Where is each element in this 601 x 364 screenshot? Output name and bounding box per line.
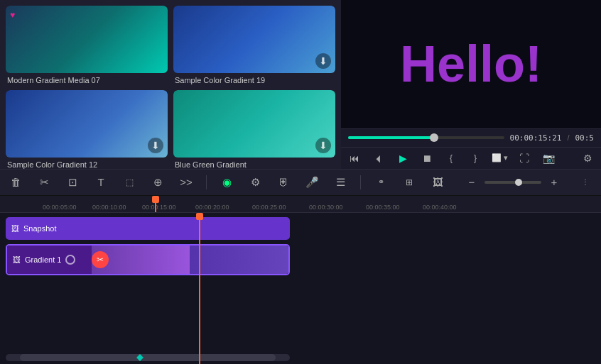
media-label-3: Sample Color Gradient 12 <box>6 160 168 169</box>
lock-indicator <box>65 255 75 265</box>
timeline-ruler: 00:00:05:00 00:00:10:00 00:00:15:00 00:0… <box>0 196 601 213</box>
media-label-2: Sample Color Gradient 19 <box>173 76 335 84</box>
gradient-track[interactable]: 🖼 Gradient 1 ✂ <box>6 244 290 275</box>
step-back-button[interactable]: ⏮ <box>347 150 362 166</box>
heart-icon: ♥ <box>10 10 15 20</box>
media-grid: ♥ Modern Gradient Media 07 ⬇ Sample Colo… <box>6 6 335 169</box>
download-icon-4: ⬇ <box>315 138 331 153</box>
media-thumbnail-1: ♥ <box>6 6 168 73</box>
image-tool-button[interactable]: 🖼 <box>429 174 446 191</box>
ruler-mark-2: 00:00:10:00 <box>92 204 126 211</box>
crop-tool-button[interactable]: ⊡ <box>64 174 81 191</box>
toolbar: 🗑 ✂ ⊡ T ⬚ ⊕ >> ◉ ⚙ ⛨ 🎤 ☰ ⚭ ⊞ 🖼 − + ⋮ <box>0 169 601 196</box>
media-item-3[interactable]: ⬇ Sample Color Gradient 12 <box>6 90 168 169</box>
media-panel: ♥ Modern Gradient Media 07 ⬇ Sample Colo… <box>0 0 341 169</box>
ruler-mark-8: 00:00:40:00 <box>423 204 457 211</box>
export-icon: ⬜ <box>492 153 502 162</box>
snapshot-track-label: Snapshot <box>23 224 56 233</box>
ruler-mark-4: 00:00:20:00 <box>195 204 229 211</box>
media-label-1: Modern Gradient Media 07 <box>6 76 168 84</box>
layer-tool-button[interactable]: ⊞ <box>401 174 418 191</box>
grad-seg-3 <box>190 246 288 274</box>
gradient-track-label: Gradient 1 <box>25 255 61 264</box>
top-section: ♥ Modern Gradient Media 07 ⬇ Sample Colo… <box>0 0 601 169</box>
download-icon-3: ⬇ <box>148 138 163 153</box>
active-tool-button[interactable]: ◉ <box>218 174 235 191</box>
track-scrollbar-thumb <box>20 354 276 361</box>
panel-toggle-button[interactable]: ⋮ <box>577 174 594 191</box>
right-panel-controls: ⋮ <box>577 174 594 191</box>
toolbar-separator-2 <box>360 175 361 189</box>
progress-thumb <box>430 133 438 142</box>
media-thumbnail-3: ⬇ <box>6 90 168 158</box>
ruler-playhead-top <box>152 196 159 203</box>
toolbar-separator-1 <box>206 175 207 189</box>
zoom-slider[interactable] <box>484 181 541 184</box>
ruler-mark-7: 00:00:35:00 <box>366 204 400 211</box>
fullscreen-button[interactable]: ⛶ <box>516 150 532 166</box>
current-time-display: 00:00:15:21 <box>510 133 562 143</box>
media-item-4[interactable]: ⬇ Blue Green Gradient <box>173 90 335 169</box>
ruler-playhead <box>155 196 156 212</box>
tracks-area: 🖼 Snapshot 🖼 Gradient 1 ✂ <box>0 213 601 365</box>
zoom-control: − + <box>463 174 563 191</box>
preview-canvas: Hello! <box>341 0 601 128</box>
cut-tool-button[interactable]: ✂ <box>36 174 53 191</box>
media-item-2[interactable]: ⬇ Sample Color Gradient 19 <box>173 6 335 84</box>
dropdown-arrow: ▾ <box>504 153 508 162</box>
gradient-track-content: 🖼 Gradient 1 <box>13 255 75 265</box>
progress-track[interactable] <box>348 136 504 139</box>
ruler-mark-3: 00:00:15:00 <box>142 204 176 211</box>
delete-tool-button[interactable]: 🗑 <box>7 174 24 191</box>
stop-button[interactable]: ⏹ <box>419 150 435 166</box>
zoom-in-button[interactable]: + <box>546 174 563 191</box>
export-dropdown[interactable]: ⬜ ▾ <box>492 153 508 162</box>
timeline-area: 00:00:05:00 00:00:10:00 00:00:15:00 00:0… <box>0 196 601 365</box>
mark-in-button[interactable]: { <box>443 150 459 166</box>
effects-tool-button[interactable]: ⊕ <box>149 174 166 191</box>
media-thumbnail-2: ⬇ <box>173 6 335 73</box>
scroll-diamond-marker <box>136 354 144 361</box>
link-tool-button[interactable]: ⚭ <box>372 174 389 191</box>
mark-out-button[interactable]: } <box>467 150 483 166</box>
time-separator: / <box>567 133 569 142</box>
shield-tool-button[interactable]: ⛨ <box>275 174 292 191</box>
media-label-4: Blue Green Gradient <box>173 160 335 169</box>
mic-tool-button[interactable]: 🎤 <box>303 174 320 191</box>
media-thumbnail-4: ⬇ <box>173 90 335 158</box>
transport-bar: 00:00:15:21 / 00:5 <box>341 128 601 147</box>
more-tools-button[interactable]: >> <box>178 174 195 191</box>
text-tool-button[interactable]: T <box>92 174 109 191</box>
ruler-mark-1: 00:00:05:00 <box>43 204 77 211</box>
track-scrollbar[interactable] <box>6 354 290 361</box>
cut-marker[interactable]: ✂ <box>92 251 109 268</box>
snapshot-track-icon: 🖼 <box>11 224 19 233</box>
ruler-mark-6: 00:00:30:00 <box>309 204 343 211</box>
settings-button[interactable]: ⚙ <box>580 150 595 166</box>
camera-button[interactable]: 📷 <box>541 150 556 166</box>
zoom-out-button[interactable]: − <box>463 174 480 191</box>
zoom-thumb <box>515 179 522 186</box>
download-icon-2: ⬇ <box>315 53 331 69</box>
snapshot-track[interactable]: 🖼 Snapshot <box>6 217 290 240</box>
progress-fill <box>348 136 434 139</box>
controls-row: ⏮ ⏴ ▶ ⏹ { } ⬜ ▾ ⛶ 📷 ⚙ <box>341 147 601 169</box>
ruler-mark-5: 00:00:25:00 <box>252 204 286 211</box>
total-time-display: 00:5 <box>575 133 595 143</box>
gear-tool-button[interactable]: ⚙ <box>247 174 264 191</box>
gradient-track-icon: 🖼 <box>13 255 21 264</box>
media-item-1[interactable]: ♥ Modern Gradient Media 07 <box>6 6 168 84</box>
frame-back-button[interactable]: ⏴ <box>371 150 386 166</box>
transform-tool-button[interactable]: ⬚ <box>121 174 138 191</box>
list-tool-button[interactable]: ☰ <box>332 174 349 191</box>
track-scroll-area[interactable] <box>6 354 595 361</box>
preview-panel: Hello! 00:00:15:21 / 00:5 ⏮ ⏴ ▶ ⏹ { } ⬜ … <box>341 0 601 169</box>
preview-hello-text: Hello! <box>400 35 542 93</box>
play-button[interactable]: ▶ <box>395 150 411 166</box>
